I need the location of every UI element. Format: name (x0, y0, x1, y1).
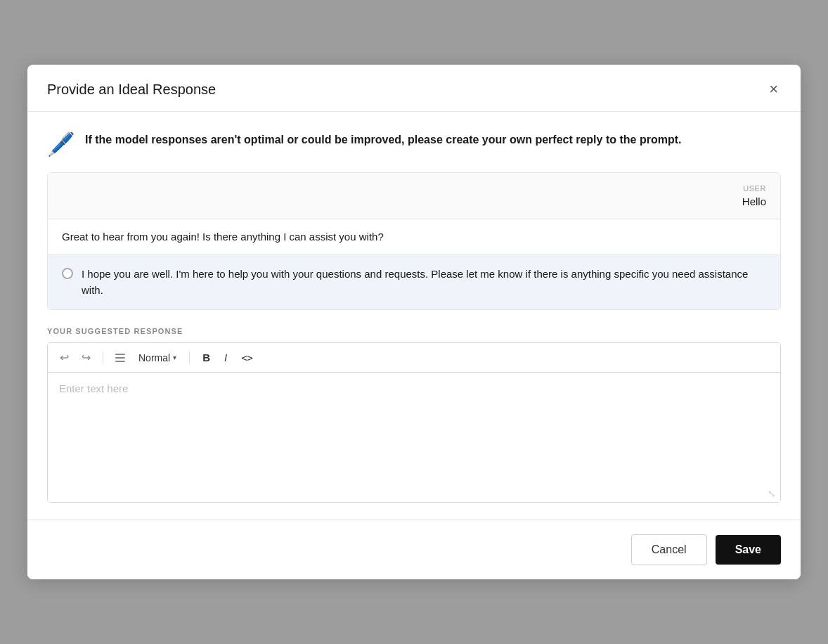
editor-container: ↩ ↪ Normal ▾ (47, 342, 781, 503)
assistant-message: Great to hear from you again! Is there a… (48, 219, 780, 255)
conversation-box: USER Hello Great to hear from you again!… (47, 172, 781, 310)
toolbar-divider-1 (103, 352, 103, 364)
user-text: Hello (62, 195, 766, 207)
editor-content[interactable]: Enter text here (48, 373, 780, 485)
modal-dialog: Provide an Ideal Response × 🖊️ If the mo… (27, 65, 801, 579)
italic-button[interactable]: I (220, 349, 231, 366)
undo-button[interactable]: ↩ (56, 349, 72, 366)
response-option-text: I hope you are well. I'm here to help yo… (82, 266, 766, 298)
bold-button[interactable]: B (198, 349, 214, 366)
user-message: USER Hello (48, 173, 780, 219)
pencil-icon: 🖊️ (47, 133, 75, 155)
resize-icon: ⤡ (768, 488, 776, 499)
user-label: USER (62, 184, 766, 193)
cancel-button[interactable]: Cancel (631, 534, 707, 565)
format-select[interactable]: Normal ▾ (134, 350, 181, 366)
assistant-text: Great to hear from you again! Is there a… (62, 231, 384, 243)
info-banner: 🖊️ If the model responses aren't optimal… (47, 131, 781, 155)
redo-icon: ↪ (82, 351, 91, 364)
section-label: YOUR SUGGESTED RESPONSE (47, 327, 781, 335)
code-button[interactable]: <> (237, 350, 257, 366)
redo-button[interactable]: ↪ (78, 349, 94, 366)
response-option[interactable]: I hope you are well. I'm here to help yo… (48, 255, 780, 309)
format-label: Normal (138, 352, 170, 363)
undo-icon: ↩ (60, 351, 69, 364)
modal-overlay: Provide an Ideal Response × 🖊️ If the mo… (0, 0, 828, 644)
save-button[interactable]: Save (716, 535, 781, 565)
toolbar-divider-2 (189, 352, 190, 364)
info-text: If the model responses aren't optimal or… (85, 131, 681, 148)
modal-body: 🖊️ If the model responses aren't optimal… (27, 112, 801, 520)
lines-icon (112, 352, 129, 364)
editor-resize-handle[interactable]: ⤡ (48, 485, 780, 502)
modal-header: Provide an Ideal Response × (27, 65, 801, 112)
modal-title: Provide an Ideal Response (47, 82, 216, 98)
chevron-down-icon: ▾ (173, 354, 176, 361)
close-button[interactable]: × (766, 79, 781, 100)
editor-placeholder: Enter text here (59, 382, 128, 394)
response-radio[interactable] (62, 268, 73, 279)
modal-footer: Cancel Save (27, 520, 801, 579)
suggested-response-section: YOUR SUGGESTED RESPONSE ↩ ↪ (47, 327, 781, 503)
editor-toolbar: ↩ ↪ Normal ▾ (48, 343, 780, 373)
